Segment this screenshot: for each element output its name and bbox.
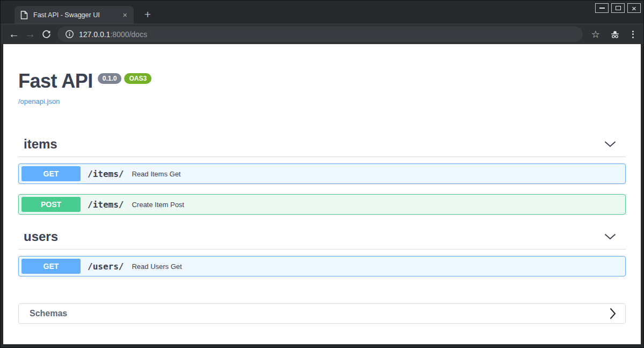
- page-title: Fast API: [18, 70, 93, 92]
- reload-icon[interactable]: [38, 26, 54, 42]
- menu-dots-icon[interactable]: [628, 29, 638, 40]
- tag-section-users: users GET /users/ Read Users Get: [18, 225, 626, 276]
- back-icon[interactable]: ←: [6, 26, 22, 42]
- tag-header-users[interactable]: users: [18, 225, 626, 250]
- tag-name: users: [24, 229, 604, 244]
- chevron-down-icon[interactable]: [604, 141, 616, 147]
- minimize-button[interactable]: [595, 3, 609, 13]
- url-host: 127.0.0.1: [79, 30, 110, 39]
- close-button[interactable]: ×: [627, 3, 641, 13]
- schemas-title: Schemas: [30, 309, 610, 318]
- operation-summary: Read Users Get: [132, 262, 182, 271]
- operation-row[interactable]: GET /users/ Read Users Get: [18, 256, 626, 276]
- openapi-spec-link[interactable]: /openapi.json: [18, 97, 626, 105]
- info-icon[interactable]: [65, 30, 74, 39]
- tab-close-icon[interactable]: ×: [120, 10, 129, 20]
- chevron-down-icon[interactable]: [604, 233, 616, 240]
- operations-list: items GET /items/ Read Items Get POST /i…: [18, 132, 626, 276]
- toolbar-right: ☆: [589, 29, 638, 40]
- api-info: Fast API0.1.0OAS3 /openapi.json: [18, 70, 626, 105]
- operation-path: /items/: [88, 200, 124, 210]
- close-icon: ×: [632, 4, 636, 12]
- operation-summary: Read Items Get: [132, 170, 180, 178]
- tag-name: items: [24, 137, 604, 152]
- chevron-right-icon[interactable]: [610, 308, 616, 319]
- operation-row[interactable]: POST /items/ Create Item Post: [18, 194, 626, 215]
- operation-summary: Create Item Post: [132, 201, 184, 209]
- address-bar[interactable]: 127.0.0.1:8000/docs: [57, 26, 583, 42]
- operation-row[interactable]: GET /items/ Read Items Get: [18, 164, 626, 184]
- url-path: :8000/docs: [110, 30, 147, 39]
- incognito-icon: [607, 29, 623, 40]
- operation-path: /users/: [88, 261, 124, 272]
- tag-section-items: items GET /items/ Read Items Get POST /i…: [18, 132, 626, 215]
- swagger-page: Fast API0.1.0OAS3 /openapi.json items GE…: [3, 44, 641, 344]
- method-badge: POST: [21, 197, 81, 212]
- browser-window: Fast API - Swagger UI × + × ← → 127.0.0.…: [0, 0, 644, 348]
- browser-tab[interactable]: Fast API - Swagger UI ×: [15, 6, 134, 24]
- new-tab-button[interactable]: +: [141, 9, 154, 20]
- operation-path: /items/: [88, 169, 124, 179]
- maximize-icon: [616, 6, 621, 10]
- document-icon: [20, 11, 28, 19]
- tag-header-items[interactable]: items: [18, 132, 626, 157]
- url-text[interactable]: 127.0.0.1:8000/docs: [79, 30, 147, 39]
- bookmark-star-icon[interactable]: ☆: [589, 29, 602, 40]
- version-badge: 0.1.0: [98, 73, 122, 84]
- minimize-icon: [599, 8, 605, 9]
- title-bar: Fast API - Swagger UI × + ×: [1, 1, 643, 24]
- schemas-section[interactable]: Schemas: [18, 303, 626, 324]
- window-controls: ×: [595, 3, 641, 13]
- oas3-badge: OAS3: [124, 73, 151, 84]
- maximize-button[interactable]: [611, 3, 625, 13]
- method-badge: GET: [21, 259, 81, 274]
- browser-toolbar: ← → 127.0.0.1:8000/docs ☆: [1, 24, 643, 44]
- tab-title: Fast API - Swagger UI: [33, 11, 120, 19]
- forward-icon[interactable]: →: [22, 26, 38, 42]
- method-badge: GET: [21, 166, 81, 181]
